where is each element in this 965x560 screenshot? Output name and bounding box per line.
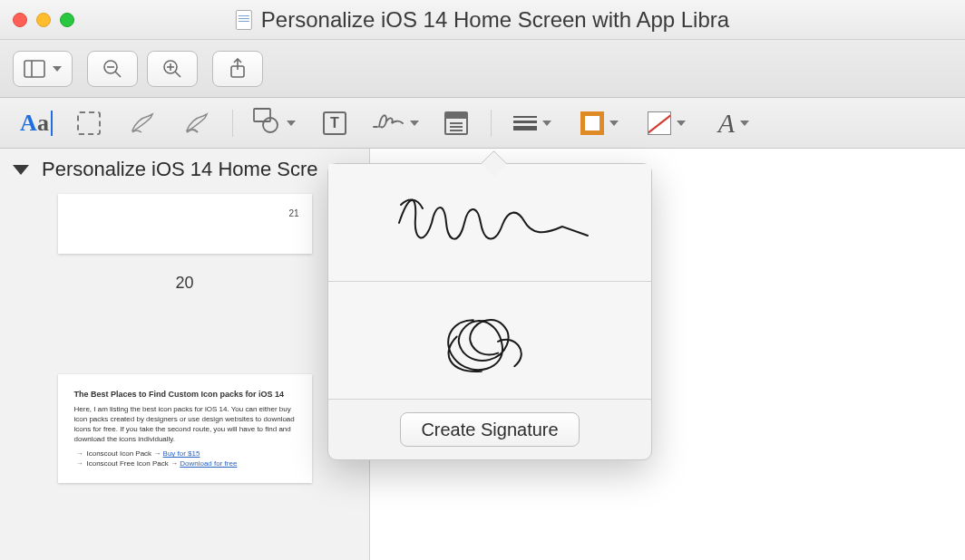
thumb-link: Download for free xyxy=(180,459,237,468)
thumb-link: Buy for $15 xyxy=(163,449,200,458)
line-weight-icon xyxy=(513,116,537,130)
note-icon xyxy=(444,111,468,135)
font-style-button[interactable]: A xyxy=(700,98,767,149)
sidebar-doc-title: Personalize iOS 14 Home Scre xyxy=(42,158,317,181)
page-number-label: 20 xyxy=(175,274,193,293)
thumb-heading: The Best Places to Find Custom Icon pack… xyxy=(74,389,296,400)
window-titlebar: Personalize iOS 14 Home Screen with App … xyxy=(0,0,965,40)
window-traffic-lights xyxy=(13,13,74,27)
toolbar-separator xyxy=(232,110,233,137)
textbox-button[interactable]: T xyxy=(307,98,362,149)
chevron-down-icon xyxy=(677,121,686,126)
svg-line-3 xyxy=(115,72,121,77)
markup-toolbar: Aa T A xyxy=(0,98,965,149)
sketch-icon xyxy=(131,112,156,134)
zoom-in-button[interactable] xyxy=(147,51,198,87)
border-color-swatch-icon xyxy=(580,111,604,135)
textbox-icon: T xyxy=(323,111,346,135)
sidebar-header[interactable]: Personalize iOS 14 Home Scre xyxy=(0,149,369,190)
create-signature-label: Create Signature xyxy=(421,420,558,440)
fill-color-swatch-icon xyxy=(648,111,671,135)
thumb-list-item: Iconscout Free Icon Pack → Download for … xyxy=(87,459,296,469)
signature-preview-icon xyxy=(417,295,562,386)
document-icon xyxy=(236,10,252,30)
close-window-button[interactable] xyxy=(13,13,27,27)
saved-signature-item[interactable] xyxy=(328,164,651,282)
fill-color-button[interactable] xyxy=(633,98,700,149)
chevron-down-icon xyxy=(740,121,749,126)
shapes-icon xyxy=(252,107,281,140)
disclosure-triangle-icon xyxy=(13,165,29,175)
svg-rect-0 xyxy=(24,61,44,77)
thumbnail-list: 21 20 The Best Places to Find Custom Ico… xyxy=(0,190,369,560)
zoom-out-button[interactable] xyxy=(87,51,138,87)
selection-icon xyxy=(77,111,101,135)
window-title: Personalize iOS 14 Home Screen with App … xyxy=(236,7,729,33)
text-style-button[interactable]: Aa xyxy=(7,98,62,149)
share-icon xyxy=(229,58,247,80)
fullscreen-window-button[interactable] xyxy=(60,13,74,27)
sign-button[interactable] xyxy=(362,98,429,149)
chevron-down-icon xyxy=(53,66,62,72)
page-thumbnail[interactable]: 21 xyxy=(58,194,312,254)
draw-button[interactable] xyxy=(171,98,225,149)
sidebar-icon xyxy=(24,60,45,78)
window-title-text: Personalize iOS 14 Home Screen with App … xyxy=(261,7,729,33)
svg-rect-11 xyxy=(254,109,270,121)
share-button[interactable] xyxy=(212,51,263,87)
note-button[interactable] xyxy=(429,98,483,149)
thumbnail-sidebar: Personalize iOS 14 Home Scre 21 20 The B… xyxy=(0,149,370,560)
chevron-down-icon xyxy=(410,121,419,126)
zoom-in-icon xyxy=(161,58,183,80)
shapes-button[interactable] xyxy=(240,98,307,149)
chevron-down-icon xyxy=(287,121,296,126)
sketch-button[interactable] xyxy=(116,98,171,149)
signature-popover: Create Signature xyxy=(327,163,652,460)
text-style-icon: A xyxy=(20,110,37,136)
signature-icon xyxy=(372,109,405,138)
thumb-body: Here, I am listing the best icon packs f… xyxy=(74,405,296,444)
chevron-down-icon xyxy=(609,121,619,126)
sidebar-view-button[interactable] xyxy=(13,51,73,87)
line-weight-button[interactable] xyxy=(499,98,566,149)
main-toolbar xyxy=(0,40,965,98)
page-thumbnail[interactable]: The Best Places to Find Custom Icon pack… xyxy=(58,374,312,483)
svg-line-6 xyxy=(175,72,180,77)
signature-preview-icon xyxy=(381,178,599,268)
zoom-out-icon xyxy=(102,58,123,80)
minimize-window-button[interactable] xyxy=(36,13,51,27)
thumbnail-page-indicator: 21 xyxy=(288,208,298,218)
toolbar-separator xyxy=(491,110,492,137)
saved-signature-item[interactable] xyxy=(328,282,651,400)
chevron-down-icon xyxy=(542,121,551,126)
font-icon: A xyxy=(718,108,735,139)
thumb-list-item: Iconscout Icon Pack → Buy for $15 xyxy=(87,449,296,459)
create-signature-button[interactable]: Create Signature xyxy=(400,412,579,447)
border-color-button[interactable] xyxy=(566,98,633,149)
popover-footer: Create Signature xyxy=(328,400,651,459)
draw-icon xyxy=(185,112,210,134)
rectangular-selection-button[interactable] xyxy=(62,98,116,149)
